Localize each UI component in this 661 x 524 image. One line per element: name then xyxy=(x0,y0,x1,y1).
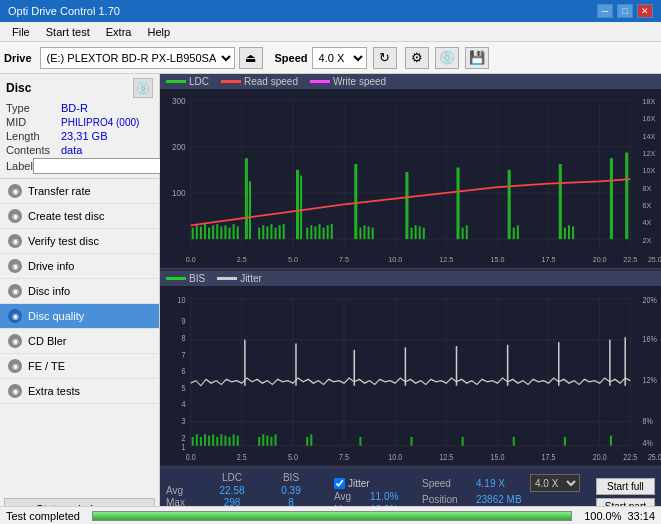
speed-key: Speed xyxy=(422,478,472,489)
save-icon[interactable]: 💾 xyxy=(465,47,489,69)
nav-verify-test-disc[interactable]: ◉ Verify test disc xyxy=(0,229,159,254)
nav-label-fe-te: FE / TE xyxy=(28,360,65,372)
drive-select[interactable]: (E:) PLEXTOR BD-R PX-LB950SA 1.06 xyxy=(40,47,235,69)
svg-rect-147 xyxy=(306,437,308,446)
svg-rect-53 xyxy=(354,164,357,239)
svg-rect-37 xyxy=(192,228,194,240)
bis-header: BIS xyxy=(266,472,316,483)
nav-fe-te[interactable]: ◉ FE / TE xyxy=(0,354,159,379)
svg-text:300: 300 xyxy=(172,96,186,107)
eject-button[interactable]: ⏏ xyxy=(239,47,263,69)
disc-icon[interactable]: 💿 xyxy=(435,47,459,69)
svg-text:2X: 2X xyxy=(643,235,652,245)
svg-rect-151 xyxy=(462,437,464,446)
svg-rect-61 xyxy=(262,225,264,239)
disc-length-row: Length 23,31 GB xyxy=(6,130,153,142)
nav-disc-info[interactable]: ◉ Disc info xyxy=(0,279,159,304)
svg-rect-130 xyxy=(192,437,194,446)
svg-text:12.5: 12.5 xyxy=(439,452,453,462)
legend-bis-label: BIS xyxy=(189,273,205,284)
svg-rect-80 xyxy=(419,226,421,239)
svg-text:12.5: 12.5 xyxy=(439,255,453,265)
svg-rect-41 xyxy=(208,228,210,240)
toolbar: Drive (E:) PLEXTOR BD-R PX-LB950SA 1.06 … xyxy=(0,42,661,74)
legend-writespeed-color xyxy=(310,80,330,83)
disc-label-input[interactable] xyxy=(33,158,166,174)
svg-rect-142 xyxy=(258,437,260,446)
svg-text:25.0 GB: 25.0 GB xyxy=(648,255,661,265)
nav-icon-drive-info: ◉ xyxy=(8,259,22,273)
start-full-button[interactable]: Start full xyxy=(596,478,655,495)
svg-rect-145 xyxy=(270,437,272,446)
svg-rect-82 xyxy=(462,228,464,240)
nav-icon-transfer: ◉ xyxy=(8,184,22,198)
nav-transfer-rate[interactable]: ◉ Transfer rate xyxy=(0,179,159,204)
nav-disc-quality[interactable]: ◉ Disc quality xyxy=(0,304,159,329)
disc-header: Disc 💿 xyxy=(6,78,153,98)
svg-rect-138 xyxy=(224,436,226,446)
svg-rect-75 xyxy=(363,225,365,239)
settings-icon[interactable]: ⚙ xyxy=(405,47,429,69)
disc-contents-value: data xyxy=(61,144,82,156)
svg-text:8%: 8% xyxy=(643,416,653,426)
menu-file[interactable]: File xyxy=(4,24,38,40)
nav-create-test-disc[interactable]: ◉ Create test disc xyxy=(0,204,159,229)
disc-label-row: Label ✏ xyxy=(6,158,153,174)
svg-rect-86 xyxy=(564,228,566,240)
jitter-label: Jitter xyxy=(348,478,370,489)
stats-col-headers: LDC BIS xyxy=(166,472,326,483)
chart1-svg: 300 200 100 18X 16X 14X 12X 10X 8X 6X 4X… xyxy=(160,89,661,268)
close-button[interactable]: ✕ xyxy=(637,4,653,18)
svg-text:22.5: 22.5 xyxy=(623,452,637,462)
svg-rect-141 xyxy=(237,436,239,446)
nav-drive-info[interactable]: ◉ Drive info xyxy=(0,254,159,279)
position-key: Position xyxy=(422,494,472,505)
svg-rect-139 xyxy=(229,437,231,446)
refresh-icon[interactable]: ↻ xyxy=(373,47,397,69)
status-text: Test completed xyxy=(6,510,80,522)
jitter-avg-label: Avg xyxy=(334,491,366,502)
svg-text:9: 9 xyxy=(182,317,186,327)
svg-rect-50 xyxy=(249,181,251,239)
svg-rect-154 xyxy=(610,436,612,446)
svg-text:0.0: 0.0 xyxy=(186,452,196,462)
svg-rect-38 xyxy=(196,225,198,239)
menu-extra[interactable]: Extra xyxy=(98,24,140,40)
svg-rect-45 xyxy=(224,225,226,239)
nav-cd-bler[interactable]: ◉ CD Bler xyxy=(0,329,159,354)
svg-rect-49 xyxy=(245,158,248,239)
svg-rect-60 xyxy=(258,228,260,240)
disc-contents-label: Contents xyxy=(6,144,61,156)
menu-start-test[interactable]: Start test xyxy=(38,24,98,40)
nav-extra-tests[interactable]: ◉ Extra tests xyxy=(0,379,159,404)
jitter-avg-val: 11.0% xyxy=(370,491,398,502)
legend-bis-color xyxy=(166,277,186,280)
svg-rect-150 xyxy=(411,437,413,446)
svg-text:6X: 6X xyxy=(643,201,652,211)
svg-rect-88 xyxy=(572,226,574,239)
speed-setting-select[interactable]: 4.0 X xyxy=(530,474,580,492)
svg-rect-153 xyxy=(564,437,566,446)
disc-image-icon: 💿 xyxy=(133,78,153,98)
svg-rect-84 xyxy=(513,228,515,240)
jitter-checkbox[interactable] xyxy=(334,478,345,489)
window-controls: ─ □ ✕ xyxy=(597,4,653,18)
svg-rect-58 xyxy=(610,158,613,239)
svg-text:10.0: 10.0 xyxy=(388,255,402,265)
maximize-button[interactable]: □ xyxy=(617,4,633,18)
svg-text:20%: 20% xyxy=(643,295,657,305)
speed-select[interactable]: 4.0 X 2.0 X 6.0 X xyxy=(312,47,367,69)
nav-menu: ◉ Transfer rate ◉ Create test disc ◉ Ver… xyxy=(0,179,159,494)
disc-mid-value: PHILIPRO4 (000) xyxy=(61,117,139,128)
svg-text:7: 7 xyxy=(182,350,186,360)
jitter-checkbox-row: Jitter xyxy=(334,478,414,489)
minimize-button[interactable]: ─ xyxy=(597,4,613,18)
svg-rect-83 xyxy=(466,225,468,239)
speed-label: Speed xyxy=(275,52,308,64)
nav-label-transfer: Transfer rate xyxy=(28,185,91,197)
chart2-legend-bar: BIS Jitter xyxy=(160,271,661,286)
disc-type-value: BD-R xyxy=(61,102,88,114)
svg-text:10.0: 10.0 xyxy=(388,452,402,462)
menu-help[interactable]: Help xyxy=(139,24,178,40)
nav-label-extra: Extra tests xyxy=(28,385,80,397)
